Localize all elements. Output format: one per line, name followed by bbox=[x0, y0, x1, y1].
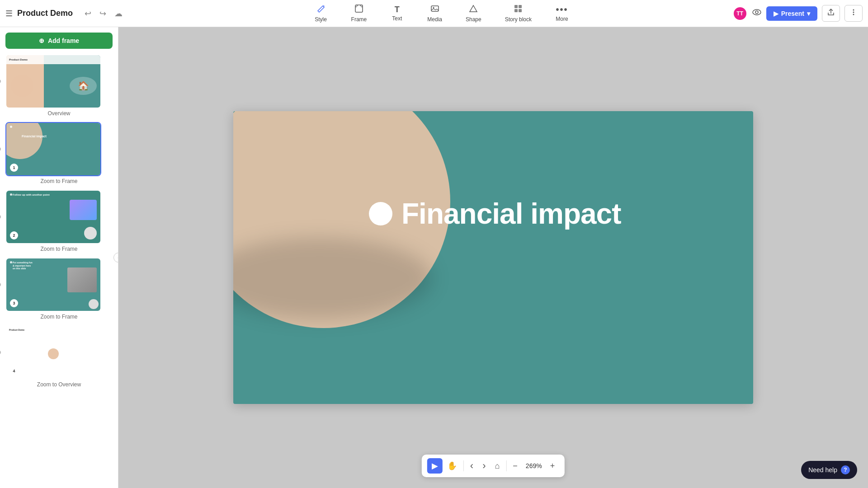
play-icon: ▶ bbox=[432, 461, 438, 471]
slide-thumb-5[interactable]: Product Demo 4 bbox=[5, 325, 101, 380]
svg-rect-7 bbox=[519, 9, 522, 12]
slide-title-group: Financial impact bbox=[369, 197, 621, 230]
slide5-num: 4 bbox=[10, 367, 18, 375]
bottom-toolbar: ▶ ✋ ‹ › ⌂ − 269% + bbox=[422, 455, 565, 477]
undo-button[interactable]: ↩ bbox=[82, 7, 94, 20]
slide-label-5: Zoom to Overview bbox=[5, 381, 113, 388]
app-title: Product Demo bbox=[17, 9, 73, 18]
slide5-circle bbox=[48, 348, 59, 359]
collapse-sidebar-button[interactable]: ‹ bbox=[113, 253, 118, 263]
toolbar-more[interactable]: ••• More bbox=[551, 2, 573, 25]
slide-item-overview: Product Demo 🏠 Overview bbox=[5, 54, 113, 117]
title-white-circle bbox=[369, 202, 392, 225]
overview-home-icon: 🏠 bbox=[78, 80, 89, 91]
cloud-save-button[interactable]: ☁ bbox=[112, 7, 125, 20]
shape-label: Shape bbox=[466, 16, 481, 23]
slide-item-financial: Financial impact 1 Zoom to Frame bbox=[5, 122, 113, 184]
slide-thumb-wrap-financial: Financial impact 1 bbox=[5, 122, 113, 176]
zoom-out-icon: − bbox=[513, 461, 518, 471]
slide-label-overview: Overview bbox=[5, 110, 113, 117]
slide-title-text: Financial impact bbox=[401, 197, 621, 230]
toolbar-divider-2 bbox=[506, 460, 506, 471]
zoom-in-button[interactable]: + bbox=[546, 459, 560, 474]
svg-point-8 bbox=[753, 9, 761, 15]
hamburger-icon[interactable]: ☰ bbox=[5, 9, 13, 19]
slide5-bar bbox=[42, 361, 65, 364]
topbar-center: Style Frame T Text bbox=[150, 1, 733, 25]
slide-item-4: Put something fun& important hereon this… bbox=[5, 258, 113, 320]
prev-icon: ‹ bbox=[470, 460, 473, 472]
slide-thumb-wrap-overview: Product Demo 🏠 bbox=[5, 54, 113, 108]
topbar: ☰ Product Demo ↩ ↪ ☁ Style bbox=[0, 0, 868, 27]
add-frame-label: Add frame bbox=[48, 37, 79, 44]
prev-frame-button[interactable]: ‹ bbox=[466, 457, 478, 474]
slide-dot-followup bbox=[0, 215, 1, 219]
financial-thumb-label: Financial impact bbox=[22, 135, 47, 138]
style-label: Style bbox=[315, 16, 327, 23]
financial-dot bbox=[10, 126, 12, 128]
followup-thumb-circle bbox=[84, 227, 97, 239]
svg-rect-0 bbox=[355, 5, 363, 12]
storyblock-icon bbox=[514, 4, 523, 15]
topbar-left: ☰ Product Demo ↩ ↪ ☁ bbox=[5, 7, 150, 20]
toolbar-shape[interactable]: Shape bbox=[461, 1, 486, 25]
toolbar-style[interactable]: Style bbox=[310, 1, 332, 25]
next-frame-button[interactable]: › bbox=[478, 457, 490, 474]
preview-button[interactable] bbox=[752, 7, 762, 19]
need-help-button[interactable]: Need help ? bbox=[801, 461, 857, 479]
frame-icon bbox=[354, 4, 363, 15]
main-slide-canvas: Financial impact bbox=[233, 111, 753, 404]
style-icon bbox=[316, 4, 326, 15]
toolbar-frame[interactable]: Frame bbox=[347, 1, 372, 25]
slide-thumb-4[interactable]: Put something fun& important hereon this… bbox=[5, 258, 101, 312]
sidebar: ⊕ Add frame Product Demo bbox=[0, 27, 118, 488]
text-label: Text bbox=[392, 15, 402, 22]
svg-point-2 bbox=[433, 7, 434, 9]
toolbar-text[interactable]: T Text bbox=[386, 2, 408, 24]
toolbar-media[interactable]: Media bbox=[423, 1, 447, 25]
overview-thumb-title: Product Demo bbox=[9, 58, 28, 61]
hand-tool-button[interactable]: ✋ bbox=[443, 458, 462, 474]
followup-slide-num: 2 bbox=[10, 231, 18, 239]
zoom-level-display: 269% bbox=[522, 462, 546, 469]
more-options-button[interactable] bbox=[844, 5, 863, 22]
slide4-thumb-label: Put something fun& important hereon this… bbox=[13, 261, 33, 270]
text-icon: T bbox=[395, 5, 400, 14]
share-button[interactable] bbox=[822, 5, 840, 22]
financial-slide-num: 1 bbox=[10, 164, 18, 172]
slide-dot-financial bbox=[0, 147, 1, 151]
slide-thumb-overview[interactable]: Product Demo 🏠 bbox=[5, 54, 101, 108]
play-button[interactable]: ▶ bbox=[427, 458, 443, 474]
svg-point-11 bbox=[853, 12, 854, 13]
svg-rect-5 bbox=[519, 5, 522, 8]
slide4-thumb-circle bbox=[89, 299, 99, 309]
media-label: Media bbox=[427, 16, 442, 23]
slide-thumb-followup[interactable]: Follow up with another point 2 bbox=[5, 190, 101, 244]
zoom-in-icon: + bbox=[550, 461, 555, 471]
add-frame-icon: ⊕ bbox=[39, 37, 44, 44]
toolbar-storyblock[interactable]: Story block bbox=[500, 1, 536, 25]
topbar-actions: ↩ ↪ ☁ bbox=[82, 7, 125, 20]
svg-point-12 bbox=[853, 14, 854, 15]
zoom-out-button[interactable]: − bbox=[508, 459, 522, 474]
present-button[interactable]: ▶ Present ▾ bbox=[766, 6, 817, 21]
slide-thumb-wrap-4: Put something fun& important hereon this… bbox=[5, 258, 113, 312]
slide-label-financial: Zoom to Frame bbox=[5, 178, 113, 184]
storyblock-label: Story block bbox=[505, 16, 532, 23]
hand-icon: ✋ bbox=[447, 461, 457, 471]
svg-rect-4 bbox=[514, 5, 518, 8]
need-help-icon: ? bbox=[841, 465, 850, 474]
canvas-area[interactable]: Financial impact ▶ ✋ ‹ › ⌂ − bbox=[118, 27, 868, 488]
add-frame-button[interactable]: ⊕ Add frame bbox=[5, 33, 113, 49]
present-label: Present bbox=[781, 10, 804, 17]
topbar-right: TT ▶ Present ▾ bbox=[733, 5, 863, 22]
slide-thumb-financial[interactable]: Financial impact 1 bbox=[5, 122, 101, 176]
home-button[interactable]: ⌂ bbox=[490, 459, 504, 474]
slide-item-5: Product Demo 4 bbox=[5, 325, 113, 388]
slide-dot-4 bbox=[0, 283, 1, 286]
need-help-label: Need help bbox=[808, 466, 837, 474]
slide-item-followup: Follow up with another point 2 Zoom to F… bbox=[5, 190, 113, 252]
redo-button[interactable]: ↪ bbox=[97, 7, 109, 20]
frame-label: Frame bbox=[351, 16, 367, 23]
svg-point-10 bbox=[853, 9, 854, 11]
